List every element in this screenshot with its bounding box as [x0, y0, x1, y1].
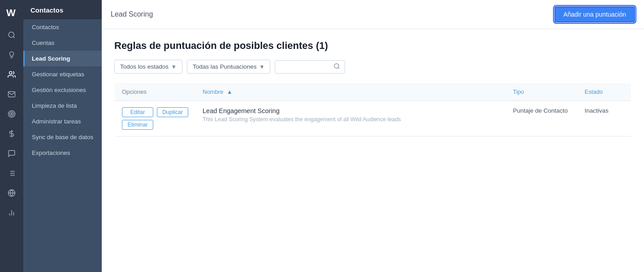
- col-estado: Estado: [578, 83, 631, 101]
- sort-arrow-icon: ▲: [227, 88, 233, 95]
- scoring-filter-chevron-icon: ▼: [259, 64, 265, 70]
- sidebar-item-cuentas[interactable]: Cuentas: [23, 35, 102, 51]
- top-bar: Lead Scoring Añadir una puntuación: [102, 0, 644, 29]
- status-filter-chevron-icon: ▼: [171, 64, 177, 70]
- edit-button[interactable]: Editar: [122, 107, 153, 117]
- row-status-cell: Inactivas: [578, 101, 631, 136]
- filters-row: Todos los estados ▼ Todas las Puntuacion…: [114, 60, 631, 74]
- globe-nav-icon[interactable]: [3, 184, 21, 202]
- nav-sidebar: Contactos Contactos Cuentas Lead Scoring…: [23, 0, 102, 272]
- bulb-nav-icon[interactable]: [3, 46, 21, 64]
- sidebar-item-gestion-exclusiones[interactable]: Gestión exclusiones: [23, 82, 102, 98]
- list-nav-icon[interactable]: [3, 164, 21, 182]
- add-scoring-button[interactable]: Añadir una puntuación: [554, 6, 635, 22]
- scoring-description: This Lead Scoring System evaluates the e…: [203, 116, 499, 123]
- svg-line-2: [13, 36, 14, 38]
- sidebar-item-limpieza-lista[interactable]: Limpieza de lista: [23, 98, 102, 114]
- svg-text:W: W: [6, 7, 16, 18]
- status-filter-label: Todos los estados: [120, 63, 169, 70]
- svg-point-5: [10, 112, 14, 116]
- sidebar-item-exportaciones[interactable]: Exportaciones: [23, 145, 102, 161]
- duplicate-button[interactable]: Duplicar: [157, 107, 188, 117]
- col-tipo: Tipo: [506, 83, 578, 101]
- sidebar-item-administrar-tareas[interactable]: Administrar tareas: [23, 114, 102, 129]
- row-actions-cell: Editar Duplicar Eliminar: [115, 101, 196, 136]
- status-filter-dropdown[interactable]: Todos los estados ▼: [114, 60, 182, 74]
- scoring-filter-dropdown[interactable]: Todas las Puntuaciones ▼: [187, 60, 270, 74]
- chart-nav-icon[interactable]: [3, 204, 21, 222]
- delete-button[interactable]: Eliminar: [122, 120, 153, 130]
- svg-point-3: [9, 71, 12, 74]
- row-top-actions: Editar Duplicar: [122, 107, 188, 117]
- svg-point-19: [334, 63, 339, 68]
- icon-sidebar: W: [0, 0, 23, 272]
- table-row: Editar Duplicar Eliminar Lead Engagement…: [115, 101, 631, 136]
- empty-row-cell: [115, 136, 631, 154]
- sidebar-item-lead-scoring[interactable]: Lead Scoring: [23, 51, 102, 66]
- scoring-table: Opciones Nombre ▲ Tipo Estado Editar Dup…: [114, 83, 631, 154]
- sidebar-item-contactos[interactable]: Contactos: [23, 19, 102, 35]
- svg-line-20: [338, 67, 340, 69]
- page-heading: Reglas de puntuación de posibles cliente…: [114, 40, 631, 52]
- content-area: Reglas de puntuación de posibles cliente…: [102, 29, 644, 272]
- search-box: [275, 60, 345, 74]
- contacts-nav-icon[interactable]: [3, 66, 21, 83]
- empty-row: [115, 136, 631, 154]
- scoring-filter-label: Todas las Puntuaciones: [193, 63, 257, 70]
- mail-nav-icon[interactable]: [3, 85, 21, 103]
- col-nombre[interactable]: Nombre ▲: [195, 83, 506, 101]
- scoring-name: Lead Engagement Scoring: [203, 107, 499, 114]
- search-input[interactable]: [280, 63, 333, 70]
- sidebar-item-gestionar-etiquetas[interactable]: Gestionar etiquetas: [23, 66, 102, 82]
- app-logo[interactable]: W: [4, 4, 20, 21]
- svg-point-6: [11, 114, 13, 115]
- col-opciones: Opciones: [115, 83, 196, 101]
- sidebar-item-sync-base-datos[interactable]: Sync de base de datos: [23, 129, 102, 145]
- table-body: Editar Duplicar Eliminar Lead Engagement…: [115, 101, 631, 154]
- search-nav-icon[interactable]: [3, 26, 21, 44]
- target-nav-icon[interactable]: [3, 105, 21, 123]
- topbar-title: Lead Scoring: [111, 10, 153, 18]
- row-type-cell: Puntaje de Contacto: [506, 101, 578, 136]
- search-icon[interactable]: [333, 63, 340, 71]
- main-content: Lead Scoring Añadir una puntuación Regla…: [102, 0, 644, 272]
- sidebar-section-header: Contactos: [23, 0, 102, 19]
- row-name-cell: Lead Engagement Scoring This Lead Scorin…: [195, 101, 506, 136]
- chat-nav-icon[interactable]: [3, 145, 21, 162]
- svg-point-1: [9, 32, 14, 37]
- table-header: Opciones Nombre ▲ Tipo Estado: [115, 83, 631, 101]
- dollar-nav-icon[interactable]: [3, 125, 21, 143]
